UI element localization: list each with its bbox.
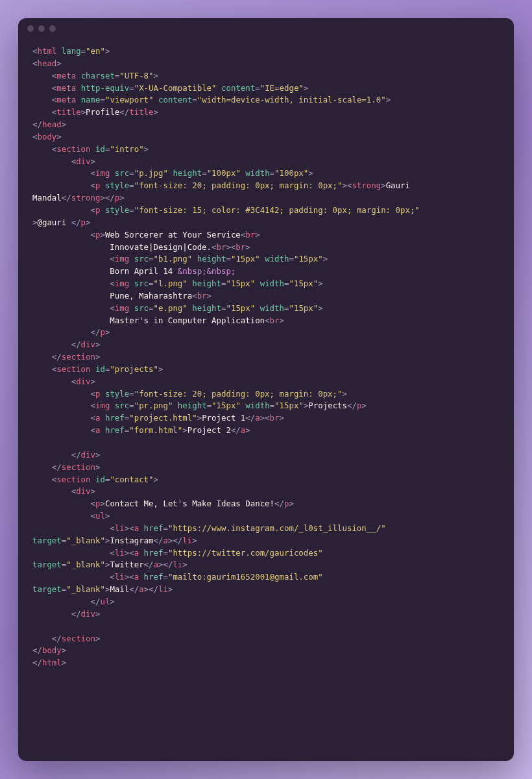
code-token: "X-UA-Compatible" [134, 83, 217, 93]
code-token: >< [125, 523, 134, 533]
code-token: > [62, 645, 66, 655]
code-line: target="_blank">Mail</a></li> [32, 584, 500, 596]
code-token: = [270, 401, 274, 410]
code-token: > [56, 132, 61, 142]
code-token: < [32, 425, 95, 435]
code-token: head [42, 119, 62, 129]
code-token: width [265, 254, 289, 264]
code-line: <meta http-equiv="X-UA-Compatible" conte… [32, 82, 500, 95]
code-token: < [32, 254, 115, 264]
code-token: style [105, 180, 129, 190]
code-token: "15px" [226, 278, 255, 288]
code-token: < [32, 278, 115, 288]
code-token [139, 548, 143, 558]
code-token: meta [56, 95, 76, 105]
code-line: </p> [32, 327, 500, 339]
code-token: = [81, 46, 86, 56]
code-token: </ [32, 609, 81, 619]
code-token [323, 572, 328, 582]
code-line: <img src="b1.png" height="15px" width="1… [32, 253, 500, 266]
code-token: br [236, 242, 245, 252]
code-token: Instagram [110, 536, 153, 545]
code-line: <body> [32, 131, 500, 143]
code-token: > [381, 180, 385, 190]
code-token: > [95, 450, 100, 460]
code-token: = [226, 254, 230, 264]
code-line: <li><a href="https://twitter.com/gaurico… [32, 547, 500, 560]
window-dot-close[interactable] [27, 25, 34, 32]
code-token: </ [32, 597, 100, 606]
code-token [100, 389, 104, 399]
code-token: "project.html" [129, 413, 197, 423]
code-token: </ [154, 536, 163, 545]
code-token: section [62, 634, 95, 643]
code-token: "15px" [289, 303, 318, 313]
code-token: >< [342, 180, 352, 190]
code-token: </ [119, 107, 129, 117]
code-token: "15px" [231, 254, 260, 264]
code-token: = [129, 401, 134, 410]
code-token: < [32, 95, 56, 105]
code-token: < [265, 315, 269, 325]
window-dot-max[interactable] [49, 25, 56, 32]
code-token: Pune, Maharashtra [32, 291, 192, 301]
code-token [76, 83, 80, 93]
code-token: "_blank" [66, 560, 105, 569]
code-token: br [197, 291, 207, 301]
code-token: "l.png" [154, 278, 187, 288]
code-token: href [144, 523, 163, 533]
code-token: Mail [110, 584, 129, 594]
code-token: </ [71, 217, 81, 227]
code-token: < [32, 523, 115, 533]
code-token: = [192, 95, 197, 105]
code-token: >< [125, 572, 134, 582]
code-token: ></ [144, 584, 158, 594]
code-token: "contact" [110, 475, 153, 484]
code-token [129, 254, 134, 264]
window-dot-min[interactable] [38, 25, 45, 32]
code-token: < [32, 572, 115, 582]
code-token: < [32, 303, 115, 313]
code-token: > [361, 401, 366, 410]
code-token: = [163, 523, 167, 533]
code-token [56, 46, 61, 56]
code-token: li [158, 584, 168, 594]
code-token: = [100, 95, 104, 105]
code-token: title [129, 107, 153, 117]
code-token: "p.jpg" [134, 168, 168, 178]
code-token: = [129, 168, 134, 178]
code-token: > [100, 499, 104, 508]
code-token: </ [144, 560, 154, 569]
code-token: html [42, 658, 62, 667]
code-token: > [245, 425, 250, 435]
code-token [217, 83, 221, 93]
code-token: &nbsp;&nbsp; [178, 266, 236, 276]
code-token: Profile [86, 107, 119, 117]
code-token: Master's in Computer Application [32, 315, 265, 325]
code-token: "viewport" [105, 95, 154, 105]
code-token: > [386, 95, 391, 105]
code-token: </ [62, 193, 71, 203]
code-line: <div> [32, 486, 500, 498]
code-token: charset [81, 71, 115, 80]
code-token: = [129, 205, 134, 215]
code-token: height [192, 303, 221, 313]
code-line: Pune, Maharashtra<br> [32, 290, 500, 303]
code-token: </ [129, 584, 139, 594]
code-token [173, 401, 177, 410]
code-token: > [110, 597, 114, 606]
code-line: <img src="pr.png" height="15px" width="1… [32, 400, 500, 412]
code-token: Born April 14 [32, 266, 178, 276]
code-token: </ [32, 645, 42, 655]
code-token: = [149, 303, 153, 313]
code-area[interactable]: <html lang="en"><head> <meta charset="UT… [18, 39, 514, 684]
code-line: </div> [32, 449, 500, 462]
code-token: > [279, 315, 284, 325]
code-token: > [91, 377, 95, 386]
code-token: width [260, 278, 284, 288]
code-token: head [37, 58, 56, 68]
code-token: > [100, 230, 104, 240]
code-token: </ [231, 425, 241, 435]
code-token: > [154, 107, 158, 117]
code-token: > [280, 413, 284, 423]
